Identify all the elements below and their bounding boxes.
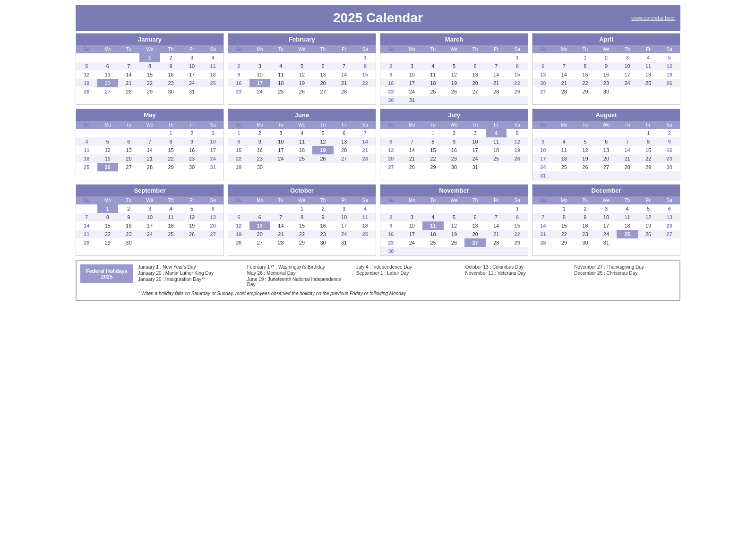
footer-holiday-item: November 11 : Veterans Day bbox=[465, 271, 567, 276]
cal-table: SuMoTuWeThFrSa12345678910111213141516171… bbox=[228, 121, 376, 171]
footer-col-4: November 27 : Thanksgiving DayDecember 2… bbox=[574, 264, 676, 287]
day-header-sa: Sa bbox=[659, 45, 680, 53]
cal-cell: 10 bbox=[270, 137, 292, 146]
cal-cell bbox=[402, 53, 423, 62]
cal-cell: 29 bbox=[638, 163, 659, 171]
cal-cell: 23 bbox=[575, 230, 596, 238]
day-header-fr: Fr bbox=[334, 45, 355, 53]
cal-cell bbox=[464, 96, 486, 104]
cal-cell: 20 bbox=[533, 79, 554, 87]
cal-cell bbox=[464, 247, 486, 255]
cal-cell: 26 bbox=[312, 154, 334, 163]
cal-cell: 16 bbox=[380, 230, 402, 238]
day-header-mo: Mo bbox=[402, 121, 423, 129]
cal-cell: 19 bbox=[76, 79, 97, 87]
cal-cell: 25 bbox=[76, 163, 97, 171]
footer-holiday-item: February 17* : Washington's Birthday bbox=[247, 264, 349, 270]
cal-cell: 27 bbox=[380, 163, 402, 171]
cal-cell: 30 bbox=[659, 163, 680, 171]
cal-table: SuMoTuWeThFrSa12345678910111213141516171… bbox=[533, 196, 680, 247]
day-header-tu: Tu bbox=[422, 121, 444, 129]
cal-cell: 12 bbox=[228, 221, 249, 230]
cal-cell: 21 bbox=[76, 230, 97, 238]
day-header-we: We bbox=[596, 45, 617, 53]
day-header-mo: Mo bbox=[554, 196, 575, 204]
cal-cell: 8 bbox=[575, 62, 596, 70]
cal-cell: 13 bbox=[380, 146, 402, 154]
cal-cell: 3 bbox=[402, 62, 423, 70]
cal-cell: 17 bbox=[596, 221, 617, 230]
day-header-tu: Tu bbox=[118, 45, 139, 53]
day-header-tu: Tu bbox=[422, 45, 444, 53]
day-header-fr: Fr bbox=[486, 45, 507, 53]
cal-cell: 29 bbox=[507, 238, 528, 247]
cal-cell bbox=[638, 238, 659, 247]
website-link[interactable]: www.calendar.best bbox=[631, 15, 675, 21]
cal-cell: 16 bbox=[181, 146, 203, 154]
cal-cell: 22 bbox=[139, 79, 161, 87]
cal-cell bbox=[486, 163, 507, 171]
cal-cell: 17 bbox=[533, 154, 554, 163]
cal-cell: 16 bbox=[596, 70, 617, 79]
cal-cell bbox=[422, 204, 444, 213]
month-block-december: DecemberSuMoTuWeThFrSa123456789101112131… bbox=[532, 184, 680, 256]
day-header-tu: Tu bbox=[118, 196, 139, 204]
cal-cell: 6 bbox=[533, 62, 554, 70]
cal-cell: 1 bbox=[575, 53, 596, 62]
cal-cell bbox=[464, 53, 486, 62]
cal-cell: 4 bbox=[422, 62, 444, 70]
day-header-th: Th bbox=[464, 45, 486, 53]
day-header-mo: Mo bbox=[249, 121, 271, 129]
cal-cell: 24 bbox=[402, 238, 423, 247]
cal-cell: 19 bbox=[228, 230, 249, 238]
cal-cell bbox=[249, 53, 271, 62]
cal-cell: 1 bbox=[160, 129, 181, 137]
day-header-fr: Fr bbox=[638, 196, 659, 204]
cal-cell bbox=[402, 129, 423, 137]
cal-cell: 19 bbox=[181, 221, 203, 230]
cal-cell: 2 bbox=[575, 204, 596, 213]
cal-cell: 2 bbox=[181, 129, 203, 137]
day-header-tu: Tu bbox=[422, 196, 444, 204]
cal-cell: 2 bbox=[380, 213, 402, 221]
cal-cell: 30 bbox=[118, 238, 139, 247]
cal-cell: 30 bbox=[596, 87, 617, 96]
cal-cell: 11 bbox=[354, 213, 376, 221]
cal-cell: 13 bbox=[334, 137, 355, 146]
cal-cell: 20 bbox=[249, 230, 271, 238]
cal-cell: 18 bbox=[202, 70, 223, 79]
day-header-fr: Fr bbox=[334, 121, 355, 129]
cal-cell: 26 bbox=[444, 238, 465, 247]
cal-cell: 31 bbox=[596, 238, 617, 247]
cal-cell: 26 bbox=[181, 230, 203, 238]
cal-cell: 7 bbox=[354, 129, 376, 137]
footer-holidays: January 1 : New Year's DayJanuary 20 : M… bbox=[138, 264, 676, 296]
cal-cell bbox=[139, 129, 161, 137]
day-header-fr: Fr bbox=[638, 121, 659, 129]
day-header-fr: Fr bbox=[486, 196, 507, 204]
cal-cell: 14 bbox=[118, 70, 139, 79]
cal-cell: 29 bbox=[507, 87, 528, 96]
cal-cell: 15 bbox=[638, 146, 659, 154]
footer-col-2: July 4 : Independence DaySeptember 1 : L… bbox=[356, 264, 458, 287]
cal-cell: 15 bbox=[139, 70, 161, 79]
cal-cell: 25 bbox=[617, 230, 638, 238]
cal-cell: 25 bbox=[354, 230, 376, 238]
day-header-tu: Tu bbox=[270, 196, 292, 204]
calendars-grid: JanuarySuMoTuWeThFrSa1234567891011121314… bbox=[76, 33, 680, 256]
cal-cell: 1 bbox=[638, 129, 659, 137]
cal-cell: 17 bbox=[334, 221, 355, 230]
cal-cell: 22 bbox=[575, 79, 596, 87]
cal-cell: 13 bbox=[464, 221, 486, 230]
cal-cell: 19 bbox=[638, 221, 659, 230]
cal-cell bbox=[444, 204, 465, 213]
cal-cell bbox=[486, 96, 507, 104]
cal-cell bbox=[617, 171, 638, 180]
cal-cell bbox=[575, 129, 596, 137]
cal-table: SuMoTuWeThFrSa12345678910111213141516171… bbox=[380, 45, 528, 104]
cal-cell: 10 bbox=[139, 213, 161, 221]
cal-cell: 28 bbox=[617, 163, 638, 171]
cal-cell: 22 bbox=[292, 230, 313, 238]
cal-cell: 7 bbox=[139, 137, 161, 146]
cal-cell: 17 bbox=[464, 146, 486, 154]
